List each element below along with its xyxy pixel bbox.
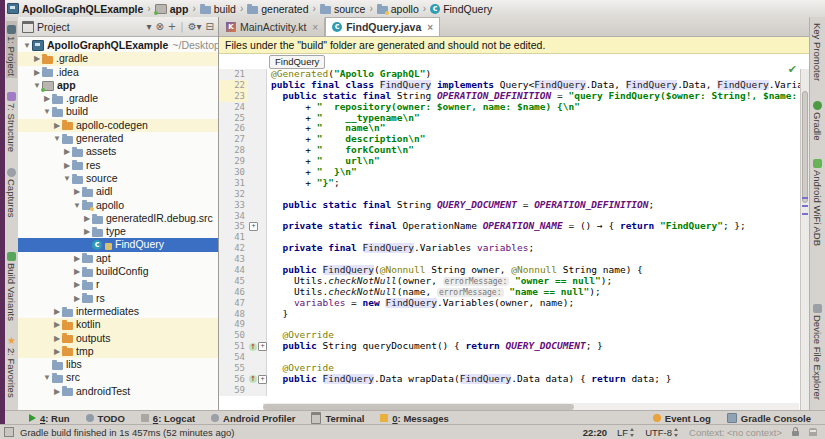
chevron-right-icon[interactable]: ▶	[72, 185, 82, 198]
tree-row-assets[interactable]: ▶assets	[18, 145, 218, 158]
highlighting-level-icon[interactable]	[809, 428, 817, 436]
editor-breadcrumb-chip[interactable]: FindQuery	[269, 55, 325, 69]
tree-row-source[interactable]: ▼source	[18, 172, 218, 185]
tree-row-findquery[interactable]: FindQuery	[18, 238, 218, 251]
editor-vertical-scrollbar[interactable]	[800, 69, 809, 411]
tree-row-rs[interactable]: ▶rs	[18, 292, 218, 305]
breadcrumb-item-findquery[interactable]: FindQuery	[427, 3, 495, 15]
tree-row-apollo[interactable]: ▼apollo	[18, 199, 218, 212]
code-area[interactable]: 21@Generated("Apollo GraphQL")22public f…	[219, 69, 800, 411]
chevron-down-icon[interactable]: ▼	[52, 132, 62, 145]
toolwindow-button-build-variants[interactable]: Build Variants	[6, 248, 17, 323]
chevron-down-icon[interactable]: ▼	[42, 105, 52, 118]
toolwindow-button-captures[interactable]: Captures	[6, 164, 17, 220]
line-ending-selector[interactable]: LF	[617, 427, 635, 438]
toolwindow-button-todo[interactable]: TODO	[86, 413, 125, 424]
chevron-right-icon[interactable]: ▶	[72, 292, 82, 305]
chevron-down-icon[interactable]: ▼	[42, 371, 52, 384]
breadcrumb-item-apollo[interactable]: apollo	[374, 3, 422, 15]
tree-row-idea[interactable]: ▶.idea	[18, 66, 218, 79]
tab-mainactivity-kt[interactable]: MainActivity.kt×	[220, 18, 325, 36]
toolwindow-button-2-favorites[interactable]: ★2: Favorites	[6, 331, 17, 400]
toolwindow-button-6-logcat[interactable]: 6: Logcat	[141, 413, 195, 424]
tree-row-libs[interactable]: libs	[18, 358, 218, 371]
tree-row-r[interactable]: ▶r	[18, 278, 218, 291]
chevron-right-icon[interactable]: ▶	[52, 385, 62, 398]
tree-row-apollographqlexample[interactable]: ▼ApolloGraphQLExample~/Desktop/Pr	[18, 39, 218, 52]
tab-close-icon[interactable]: ×	[312, 22, 318, 33]
chevron-right-icon[interactable]: ▶	[62, 159, 72, 172]
chevron-right-icon[interactable]: ▶	[72, 278, 82, 291]
toolwindow-button-android-wifi-adb[interactable]: Android WiFi ADB	[812, 155, 823, 248]
chevron-right-icon[interactable]: ▶	[32, 52, 42, 65]
tree-row-build[interactable]: ▼build	[18, 105, 218, 118]
tree-row-type[interactable]: ▶type	[18, 225, 218, 238]
caret-position[interactable]: 22:20	[583, 427, 607, 438]
toolwindow-button-event-log[interactable]: Event Log	[653, 413, 711, 424]
tree-row-app[interactable]: ▼app	[18, 79, 218, 92]
error-stripe-mark[interactable]	[802, 205, 808, 207]
tree-row-src[interactable]: ▼src	[18, 371, 218, 384]
error-stripe-mark[interactable]	[802, 197, 808, 199]
override-method-icon[interactable]: ↑	[249, 375, 257, 383]
tree-row-apollo-codegen[interactable]: ▶apollo-codegen	[18, 119, 218, 132]
chevron-right-icon[interactable]: ▶	[32, 66, 42, 79]
tree-row-res[interactable]: ▶res	[18, 159, 218, 172]
settings-gear-icon[interactable]: ⚙▾	[188, 21, 202, 32]
toolwindow-button-1-project[interactable]: 1: Project	[6, 21, 17, 78]
project-panel-title-wrap[interactable]: Project	[22, 21, 70, 33]
chevron-right-icon[interactable]: ▶	[72, 252, 82, 265]
chevron-right-icon[interactable]: ▶	[42, 92, 52, 105]
project-view-dropdown[interactable]: ▾	[146, 21, 151, 32]
tree-row-kotlin[interactable]: ▶kotlin	[18, 318, 218, 331]
chevron-right-icon[interactable]: ▶	[52, 305, 62, 318]
tree-row-outputs[interactable]: ▶outputs	[18, 332, 218, 345]
chevron-right-icon[interactable]: ▶	[52, 318, 62, 331]
toolwindow-button-7-structure[interactable]: 7: Structure	[6, 88, 17, 154]
vertical-scrollbar-thumb[interactable]	[802, 91, 808, 203]
hide-panel-icon[interactable]: ⊟	[206, 21, 214, 32]
chevron-right-icon[interactable]: ▶	[82, 212, 92, 225]
chevron-right-icon[interactable]: ▶	[62, 145, 72, 158]
chevron-right-icon[interactable]: ▶	[52, 345, 62, 358]
toolwindow-button-gradle-console[interactable]: Gradle Console	[727, 413, 811, 424]
folded-region-icon[interactable]: +	[258, 375, 267, 384]
context-indicator[interactable]: Context: <no context>	[689, 427, 782, 438]
tree-row-aidl[interactable]: ▶aidl	[18, 185, 218, 198]
readonly-lock-icon[interactable]	[792, 431, 799, 436]
breadcrumb-item-source[interactable]: source	[317, 3, 369, 15]
chevron-right-icon[interactable]: ▶	[52, 119, 62, 132]
breadcrumb-item-app[interactable]: app	[152, 3, 192, 15]
tree-row-buildconfig[interactable]: ▶buildConfig	[18, 265, 218, 278]
chevron-down-icon[interactable]: ▼	[22, 39, 32, 52]
toolwindow-button-gradle[interactable]: Gradle	[812, 97, 823, 143]
tree-row-intermediates[interactable]: ▶intermediates	[18, 305, 218, 318]
toolwindow-button-device-file-explorer[interactable]: Device File Explorer	[812, 300, 823, 402]
tab-findquery-java[interactable]: FindQuery.java×	[325, 17, 440, 36]
toolwindow-button-key-promoter[interactable]: Key Promoter	[812, 21, 823, 83]
toolwindow-toggle-icon[interactable]	[4, 427, 14, 437]
tree-row-generatedir-debug-src[interactable]: ▶generatedIR.debug.src	[18, 212, 218, 225]
chevron-right-icon[interactable]: ▶	[52, 332, 62, 345]
override-method-icon[interactable]: ↑	[249, 343, 257, 351]
tree-row-androidtest[interactable]: ▶androidTest	[18, 385, 218, 398]
tree-row-tmp[interactable]: ▶tmp	[18, 345, 218, 358]
chevron-down-icon[interactable]: ▼	[62, 172, 72, 185]
tree-row-apt[interactable]: ▶apt	[18, 252, 218, 265]
tree-row-gradle[interactable]: ▶.gradle	[18, 92, 218, 105]
tree-row-generated[interactable]: ▼generated	[18, 132, 218, 145]
toolwindow-button-4-run[interactable]: 4: Run	[29, 413, 70, 424]
toolwindow-button-0-messages[interactable]: 0: Messages	[380, 413, 449, 424]
toolwindow-button-terminal[interactable]: Terminal	[311, 412, 364, 424]
folded-region-icon[interactable]: +	[258, 342, 267, 351]
tree-row-gradle[interactable]: ▶.gradle	[18, 52, 218, 65]
breadcrumb-item-apollographqlexample[interactable]: ApolloGraphQLExample	[4, 3, 146, 15]
folded-region-icon[interactable]: +	[249, 222, 258, 231]
tab-close-icon[interactable]: ×	[427, 22, 433, 33]
error-stripe-mark[interactable]	[802, 213, 808, 215]
toolwindow-button-android-profiler[interactable]: Android Profiler	[211, 413, 295, 424]
chevron-down-icon[interactable]: ▼	[72, 199, 82, 212]
encoding-selector[interactable]: UTF-8	[645, 427, 679, 438]
collapse-all-icon[interactable]: ⊗	[155, 21, 163, 32]
breadcrumb-item-build[interactable]: build	[197, 3, 239, 15]
